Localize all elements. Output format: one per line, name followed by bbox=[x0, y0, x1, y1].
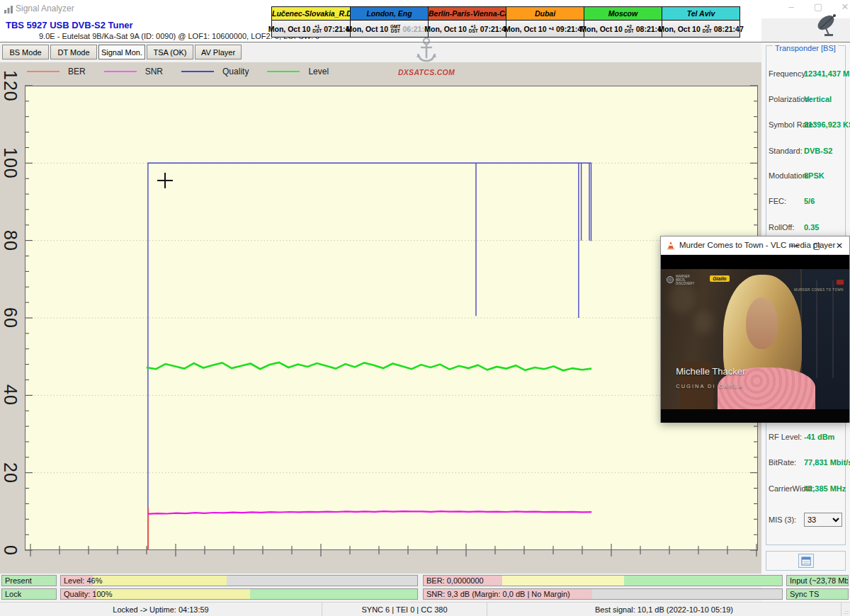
tab-signal-mon[interactable]: Signal Mon. bbox=[98, 45, 145, 59]
clock-date: Mon, Oct 10 bbox=[424, 25, 467, 33]
transponder-row-label: Frequency: bbox=[769, 69, 808, 78]
y-axis-label: 40 bbox=[2, 367, 21, 423]
show-logo: MURDER COMES TO TOWN bbox=[794, 275, 844, 292]
video-letterbox-bottom bbox=[661, 409, 849, 423]
clock-date: Mon, Oct 10 bbox=[658, 25, 701, 33]
mode-tabs: BS ModeDT ModeSignal Mon.TSA (OK)AV Play… bbox=[2, 45, 242, 59]
signal-bar-ber: BER: 0,0000000 bbox=[423, 575, 783, 586]
satellite-dish-icon bbox=[813, 11, 842, 38]
vlc-maximize-button[interactable]: ▢ bbox=[805, 236, 828, 255]
signal-bar-snr: SNR: 9,3 dB (Margin: 0,0 dB | No Margin) bbox=[423, 588, 783, 600]
transponder-row-label: RollOff: bbox=[769, 223, 794, 232]
clock-date: Mon, Oct 10 bbox=[580, 25, 623, 33]
tab-bs-mode[interactable]: BS Mode bbox=[2, 45, 49, 59]
transponder-row-value: 0.35 bbox=[804, 223, 819, 232]
statusbar-section: SYNC 6 | TEI 0 | CC 380 bbox=[322, 603, 487, 616]
legend-swatch-icon bbox=[104, 71, 137, 72]
statusbar: Locked -> Uptime: 04:13:59SYNC 6 | TEI 0… bbox=[0, 602, 850, 616]
transponder-row-value: 77,831 Mbit/s bbox=[804, 458, 850, 467]
y-axis-label: 20 bbox=[2, 445, 21, 501]
vlc-cone-icon bbox=[666, 241, 676, 251]
tab-dt-mode[interactable]: DT Mode bbox=[50, 45, 97, 59]
vlc-video-area[interactable]: warner bros. discovery Giallo MURDER COM… bbox=[661, 255, 849, 423]
world-clock: London, EngMon, Oct 10GMTDST06:21:47 bbox=[350, 7, 428, 37]
transponder-row-value: Vertical bbox=[804, 95, 832, 103]
legend-swatch-icon bbox=[181, 71, 214, 72]
vlc-minimize-button[interactable]: — bbox=[783, 236, 805, 255]
transponder-title: Transponder [BS] bbox=[773, 44, 838, 52]
y-axis-label: 120 bbox=[2, 57, 21, 114]
clock-date: Mon, Oct 10 bbox=[504, 25, 547, 33]
vlc-window: Murder Comes to Town - VLC media player … bbox=[660, 236, 850, 423]
channel-badge: Giallo bbox=[710, 275, 729, 282]
world-clocks: Lučenec-Slovakia_R.DávidMon, Oct 10+1DST… bbox=[271, 6, 740, 38]
tuner-title: TBS 5927 USB DVB-S2 Tuner bbox=[6, 20, 133, 30]
clock-city: Dubai bbox=[506, 7, 584, 21]
clock-timezone: +4 bbox=[549, 27, 554, 31]
clock-city: Tel Aviv bbox=[662, 7, 740, 21]
clock-date: Mon, Oct 10 bbox=[268, 25, 311, 33]
clock-time-row: Mon, Oct 10GMTDST06:21:47 bbox=[351, 21, 428, 37]
transponder-row-label: Modulation: bbox=[769, 171, 809, 180]
transponder-row-value: 8PSK bbox=[804, 171, 824, 180]
tab-tsa-ok[interactable]: TSA (OK) bbox=[147, 45, 193, 59]
network-globe-icon bbox=[667, 276, 674, 283]
mis-select[interactable]: 33 bbox=[804, 513, 842, 527]
tab-av-player[interactable]: AV Player bbox=[195, 45, 242, 59]
legend-item: Level bbox=[267, 67, 329, 76]
clock-city: Lučenec-Slovakia_R.Dávid bbox=[272, 7, 350, 21]
report-button[interactable] bbox=[798, 554, 814, 568]
minimize-button[interactable]: – bbox=[781, 1, 802, 16]
signal-bar-label: Present bbox=[5, 576, 32, 585]
signal-bar-present: Present bbox=[1, 575, 57, 586]
clock-time-row: Mon, Oct 10+1DST07:21:47 bbox=[429, 21, 506, 37]
person-face bbox=[746, 297, 778, 349]
vlc-close-button[interactable]: ✕ bbox=[828, 236, 850, 255]
y-axis-label: 80 bbox=[2, 212, 21, 269]
signal-bar-label: Level: 46% bbox=[64, 576, 102, 585]
chart-legend: BERSNRQualityLevel bbox=[27, 67, 329, 76]
signal-bar-label: BER: 0,0000000 bbox=[426, 576, 484, 585]
signal-bar-lock: Lock bbox=[1, 588, 57, 600]
legend-item: SNR bbox=[104, 67, 163, 76]
lower-third-role: CUGINA DI CARLA bbox=[676, 383, 743, 389]
legend-label: Level bbox=[308, 67, 329, 76]
signal-bar-label: Lock bbox=[5, 590, 21, 598]
transponder-row-label: Standard: bbox=[769, 147, 803, 155]
world-clock: Lučenec-Slovakia_R.DávidMon, Oct 10+1DST… bbox=[272, 7, 350, 37]
legend-label: BER bbox=[68, 67, 86, 76]
clock-city: Moscow bbox=[584, 7, 662, 21]
clock-timezone: +2DST bbox=[625, 25, 634, 33]
transponder-row-value: 5/6 bbox=[804, 197, 815, 205]
signal-bar-label: SNR: 9,3 dB (Margin: 0,0 dB | No Margin) bbox=[426, 590, 570, 598]
report-list-icon bbox=[801, 557, 811, 566]
legend-label: SNR bbox=[145, 67, 163, 76]
signal-bar-level: Level: 46% bbox=[60, 575, 418, 586]
clock-timezone: +2DST bbox=[703, 25, 712, 33]
y-axis-label: 100 bbox=[2, 135, 21, 191]
statusbar-section: Locked -> Uptime: 04:13:59 bbox=[0, 603, 322, 616]
transponder-row-value: 31396,923 KS/s bbox=[804, 120, 850, 129]
transponder-row-value: DVB-S2 bbox=[804, 147, 832, 155]
y-axis-label: 60 bbox=[2, 290, 21, 346]
transponder-row-label: FEC: bbox=[769, 197, 786, 205]
signal-bar-label: Sync TS bbox=[790, 590, 819, 598]
clock-date: Mon, Oct 10 bbox=[346, 25, 389, 33]
signal-bar-label: Input (~23,78 Mbps) bbox=[790, 576, 849, 585]
vlc-titlebar: Murder Comes to Town - VLC media player … bbox=[661, 236, 849, 255]
legend-swatch-icon bbox=[27, 71, 60, 72]
signal-analyzer-window: Signal Analyzer – ▢ ✕ TBS 5927 USB DVB-S… bbox=[0, 0, 850, 616]
clock-timezone: +1DST bbox=[469, 25, 478, 33]
resize-grip[interactable]: .:: bbox=[842, 603, 850, 616]
signal-bar-quality: Quality: 100% bbox=[60, 588, 418, 600]
mis-label: MIS (3): bbox=[769, 515, 796, 524]
anchor-icon bbox=[414, 37, 438, 65]
legend-item: Quality bbox=[181, 67, 249, 76]
y-axis-label: 0 bbox=[2, 522, 21, 578]
signal-monitor-plot[interactable] bbox=[25, 86, 758, 561]
window-title: Signal Analyzer bbox=[16, 4, 74, 13]
show-red-badge-icon bbox=[837, 280, 844, 285]
watermark-text: DXSATCS.COM bbox=[394, 68, 459, 76]
show-logo-text: MURDER COMES TO TOWN bbox=[794, 288, 844, 292]
clock-time-row: Mon, Oct 10+1DST07:21:47 bbox=[272, 21, 350, 37]
